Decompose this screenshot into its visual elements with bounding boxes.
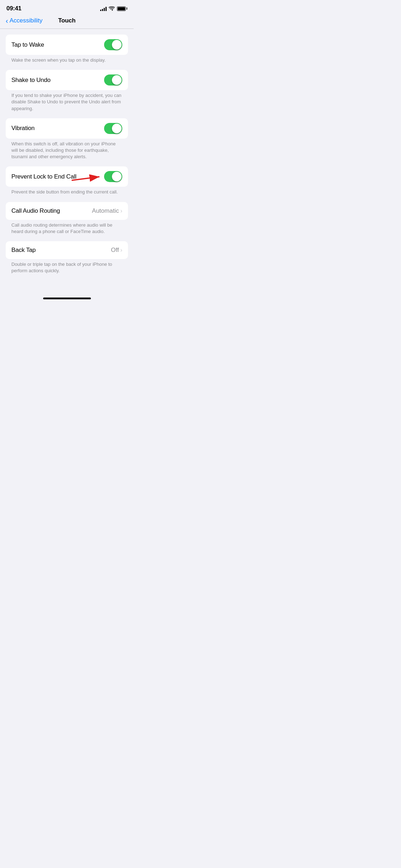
- toggle-knob: [112, 75, 122, 85]
- signal-icon: [100, 6, 107, 11]
- tap-to-wake-description: Wake the screen when you tap on the disp…: [6, 55, 128, 67]
- setting-group-vibration: Vibration When this switch is off, all v…: [6, 118, 128, 164]
- call-audio-routing-nav-right: Automatic ›: [92, 207, 122, 215]
- setting-card-tap-to-wake: Tap to Wake: [6, 35, 128, 55]
- back-tap-nav-right: Off ›: [111, 247, 122, 254]
- wifi-icon: [109, 6, 115, 11]
- setting-group-tap-to-wake: Tap to Wake Wake the screen when you tap…: [6, 35, 128, 67]
- prevent-lock-description: Prevent the side button from ending the …: [6, 187, 128, 199]
- setting-row-shake-to-undo: Shake to Undo: [6, 70, 128, 90]
- call-audio-routing-chevron-icon: ›: [120, 208, 122, 214]
- setting-card-vibration: Vibration: [6, 118, 128, 139]
- settings-content: Tap to Wake Wake the screen when you tap…: [0, 29, 134, 288]
- setting-card-shake-to-undo: Shake to Undo: [6, 70, 128, 90]
- back-tap-description: Double or triple tap on the back of your…: [6, 259, 128, 278]
- setting-row-tap-to-wake: Tap to Wake: [6, 35, 128, 55]
- back-label: Accessibility: [10, 17, 43, 24]
- setting-group-shake-to-undo: Shake to Undo If you tend to shake your …: [6, 70, 128, 115]
- setting-card-prevent-lock: Prevent Lock to End Call: [6, 166, 128, 187]
- setting-row-vibration: Vibration: [6, 118, 128, 139]
- setting-card-call-audio-routing[interactable]: Call Audio Routing Automatic ›: [6, 202, 128, 220]
- prevent-lock-label: Prevent Lock to End Call: [11, 173, 76, 180]
- setting-group-back-tap: Back Tap Off › Double or triple tap on t…: [6, 241, 128, 278]
- shake-to-undo-label: Shake to Undo: [11, 77, 51, 84]
- call-audio-routing-description: Call audio routing determines where audi…: [6, 220, 128, 238]
- setting-group-prevent-lock: Prevent Lock to End Call Prevent the sid…: [6, 166, 128, 199]
- setting-row-back-tap[interactable]: Back Tap Off ›: [6, 241, 128, 259]
- setting-card-back-tap[interactable]: Back Tap Off ›: [6, 241, 128, 259]
- home-bar: [43, 298, 91, 299]
- status-time: 09:41: [6, 5, 21, 12]
- vibration-description: When this switch is off, all vibration o…: [6, 139, 128, 164]
- setting-row-call-audio-routing[interactable]: Call Audio Routing Automatic ›: [6, 202, 128, 220]
- red-arrow-annotation: [72, 170, 104, 183]
- shake-to-undo-description: If you tend to shake your iPhone by acci…: [6, 90, 128, 115]
- status-icons: [100, 6, 127, 11]
- tap-to-wake-label: Tap to Wake: [11, 41, 44, 48]
- status-bar: 09:41: [0, 0, 134, 14]
- back-tap-value: Off: [111, 247, 119, 254]
- toggle-knob: [112, 172, 122, 181]
- home-indicator: [0, 295, 134, 301]
- toggle-knob: [112, 40, 122, 50]
- vibration-label: Vibration: [11, 125, 35, 132]
- back-tap-label: Back Tap: [11, 247, 36, 254]
- page-title: Touch: [58, 17, 76, 24]
- vibration-toggle[interactable]: [104, 123, 122, 134]
- call-audio-routing-label: Call Audio Routing: [11, 207, 60, 215]
- shake-to-undo-toggle[interactable]: [104, 74, 122, 86]
- prevent-lock-toggle[interactable]: [104, 171, 122, 182]
- battery-icon: [117, 6, 127, 11]
- tap-to-wake-toggle[interactable]: [104, 39, 122, 50]
- back-tap-chevron-icon: ›: [120, 247, 122, 253]
- call-audio-routing-value: Automatic: [92, 207, 119, 215]
- setting-group-call-audio-routing: Call Audio Routing Automatic › Call audi…: [6, 202, 128, 238]
- toggle-knob: [112, 124, 122, 133]
- back-chevron-icon: ‹: [6, 17, 8, 24]
- back-button[interactable]: ‹ Accessibility: [6, 17, 42, 24]
- setting-row-prevent-lock: Prevent Lock to End Call: [6, 166, 128, 187]
- nav-header: ‹ Accessibility Touch: [0, 14, 134, 29]
